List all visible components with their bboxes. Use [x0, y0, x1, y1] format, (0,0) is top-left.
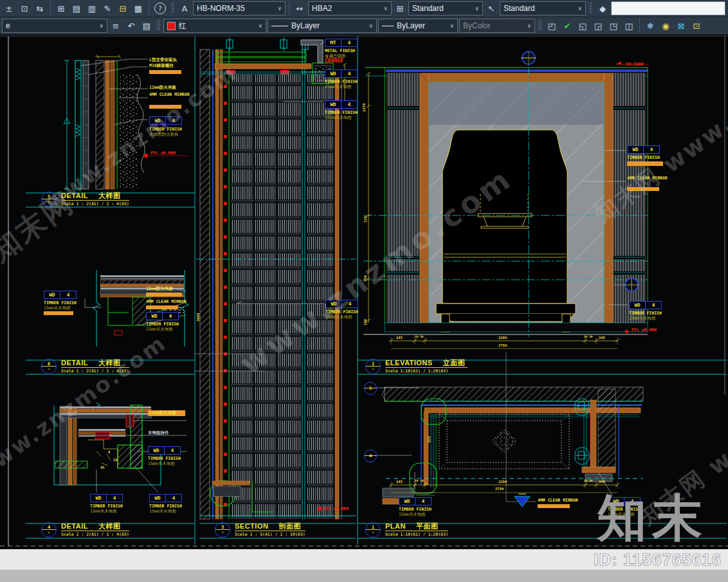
bubble-sheet: - — [221, 531, 224, 535]
separator — [50, 2, 51, 15]
dim-label: 245 — [599, 336, 605, 340]
help-icon[interactable]: ? — [154, 3, 166, 14]
view-scale: Scale 1 : 2(A1) / 1 : 4(A3) — [61, 368, 129, 374]
view-label-elevations: 2- ELEVATIONS立面图 Scale 1:10(A1) / 1:20(A… — [365, 359, 468, 374]
quick-text-input[interactable] — [611, 1, 725, 15]
layer-isolate-icon[interactable]: ◳ — [606, 19, 621, 32]
material-tag-wd: WD 4 — [44, 291, 77, 299]
view-title: DETAIL — [61, 192, 88, 199]
color-dropdown[interactable]: 红 ∨ — [163, 19, 266, 33]
layer-thaw-icon[interactable]: ◲ — [591, 19, 605, 32]
bubble-sheet: - — [48, 200, 50, 205]
bubble-sheet: - — [372, 531, 374, 535]
zoom-scale-icon[interactable]: ± — [2, 2, 16, 15]
tag-code: WD — [399, 498, 415, 505]
lineweight-dropdown[interactable]: ByLayer ∨ — [378, 19, 458, 33]
dim-style-dropdown[interactable]: HBA2 ∨ — [308, 1, 392, 15]
toolbar-grip[interactable] — [157, 20, 160, 32]
zoom-window-icon[interactable]: ⊡ — [17, 2, 32, 15]
annotation-ffl: FFL ±0.000 — [150, 151, 176, 156]
dim-label: 120 — [363, 216, 367, 223]
layer-dropdown[interactable]: e ∨ — [2, 19, 107, 33]
drawing-canvas[interactable]: www.znzmo.com 知末网 www.znzmo.com www.znzm… — [0, 35, 728, 549]
highlight-bar — [627, 161, 663, 166]
datum-bubble: 5 — [364, 382, 377, 395]
freeze-other-layers-icon[interactable]: ❄ — [643, 19, 657, 32]
annotation-timber-cn: 15mm夹木饰面 — [325, 315, 352, 320]
layer-freeze-icon[interactable]: ◱ — [576, 19, 590, 32]
annotation-fireboard: 12mm防火夹板 — [149, 411, 176, 416]
mleader-style-icon[interactable]: ↖ — [484, 2, 498, 15]
layer-match-icon[interactable]: ✎ — [100, 2, 114, 15]
color-value: 红 — [179, 21, 187, 32]
chevron-down-icon: ∨ — [578, 5, 582, 12]
asset-id: ID: 1156765616 — [594, 551, 722, 568]
layer-properties-icon[interactable]: ⊞ — [54, 2, 68, 15]
mleader-style-dropdown[interactable]: Standard ∨ — [500, 1, 586, 15]
text-style-icon[interactable]: A — [177, 2, 192, 15]
dim-style-icon[interactable]: ↔ — [293, 2, 307, 15]
material-tag-wd: WD 4 — [146, 312, 179, 320]
lightbulb-icon[interactable]: ◉ — [659, 19, 673, 32]
layer-translator-icon[interactable]: ▦ — [131, 2, 145, 15]
view-scale: Scale 1 : 2(A1) / 1 : 4(A3) — [61, 201, 129, 207]
table-style-icon[interactable]: ⊞ — [393, 2, 407, 15]
tag-num: 4 — [166, 495, 181, 502]
tag-code: WD — [325, 70, 341, 77]
match-properties-icon[interactable]: ◆ — [596, 2, 610, 15]
chevron-down-icon: ∨ — [383, 5, 388, 12]
annotation-timber-cn: 15mm夹木饰面 — [44, 306, 71, 311]
datum-number: 5 — [369, 386, 372, 391]
dim-label: 50 50 — [415, 479, 424, 482]
layer-walk-icon[interactable]: ▥ — [85, 2, 99, 15]
text-style-dropdown[interactable]: HB-NORM-35 ∨ — [193, 1, 286, 15]
lock-layer-icon[interactable]: ⊠ — [674, 19, 688, 32]
dim-label: 50 50 — [584, 335, 593, 338]
layer-merge-icon[interactable]: ◫ — [622, 19, 636, 32]
tag-num: 4 — [341, 39, 357, 46]
tag-code: WD — [150, 495, 166, 502]
layer-on-icon[interactable]: ✔ — [560, 19, 574, 32]
toolbar-grip[interactable] — [171, 3, 174, 14]
toolbar-grip[interactable] — [538, 20, 541, 32]
dim-label: 825 — [427, 436, 431, 442]
linetype-dropdown[interactable]: ByLayer ∨ — [268, 19, 377, 33]
view-label-detail3: 4- DETAIL大样图 Scale 1 : 2(A1) / 1 : 4(A3) — [41, 522, 129, 538]
view-label-plan: 1- PLAN平面图 Scale 1:10(A1) / 1:20(A3) — [365, 522, 448, 538]
annotation-mirror: 4MM CLEAR MIRROR — [538, 498, 578, 504]
bubble-sheet: - — [48, 367, 50, 372]
zoom-previous-icon[interactable]: ⇆ — [33, 2, 47, 15]
material-tag-wd: WD 4 — [325, 69, 358, 78]
dim-style-value: HBA2 — [312, 4, 332, 13]
dim-label: 2470 — [362, 104, 366, 112]
table-style-dropdown[interactable]: Standard ∨ — [408, 1, 483, 15]
detail-bubble: 6- — [41, 359, 57, 374]
make-layer-current-icon[interactable]: ≡ — [109, 19, 123, 32]
view-title-cn: 平面图 — [416, 522, 439, 530]
id-band: ID: 1156765616 — [0, 549, 728, 570]
material-tag-wd: WD 4 — [608, 497, 641, 505]
dim-label: 45 — [100, 466, 105, 469]
view-title: PLAN — [385, 522, 406, 530]
toolbar-grip[interactable] — [589, 3, 592, 14]
annotation-timber-cn: 15mm夹木饰面 — [90, 509, 117, 514]
copy-to-layer-icon[interactable]: ⊟ — [116, 2, 130, 15]
unlock-layer-icon[interactable]: ⊡ — [689, 19, 704, 32]
lineweight-sample — [382, 26, 394, 26]
layer-previous-icon[interactable]: ↶ — [124, 19, 138, 32]
tag-num: 4 — [415, 498, 431, 505]
material-tag-wd: WD 4 — [629, 301, 662, 309]
layer-manager-icon[interactable]: ▤ — [140, 19, 154, 32]
annotation-timber-cn: 木饰面防火胶板 — [149, 132, 179, 138]
annotation-ffl: FFL ±0.000 — [323, 507, 349, 512]
layer-states-icon[interactable]: ▤ — [69, 2, 84, 15]
detail-bubble: 5- — [41, 192, 57, 207]
bubble-number: 6 — [48, 362, 50, 367]
tag-num: 4 — [644, 146, 659, 153]
dim-label: 50 50 — [584, 479, 593, 482]
layer-off-icon[interactable]: ◰ — [545, 19, 559, 32]
dim-label-total: 2790 — [495, 487, 504, 491]
annotation-timber-cn: 15mm夹木饰面 — [325, 85, 352, 90]
annotation-ceiling-height: CH:3600 — [626, 62, 643, 68]
dim-label: 8 — [108, 450, 110, 454]
